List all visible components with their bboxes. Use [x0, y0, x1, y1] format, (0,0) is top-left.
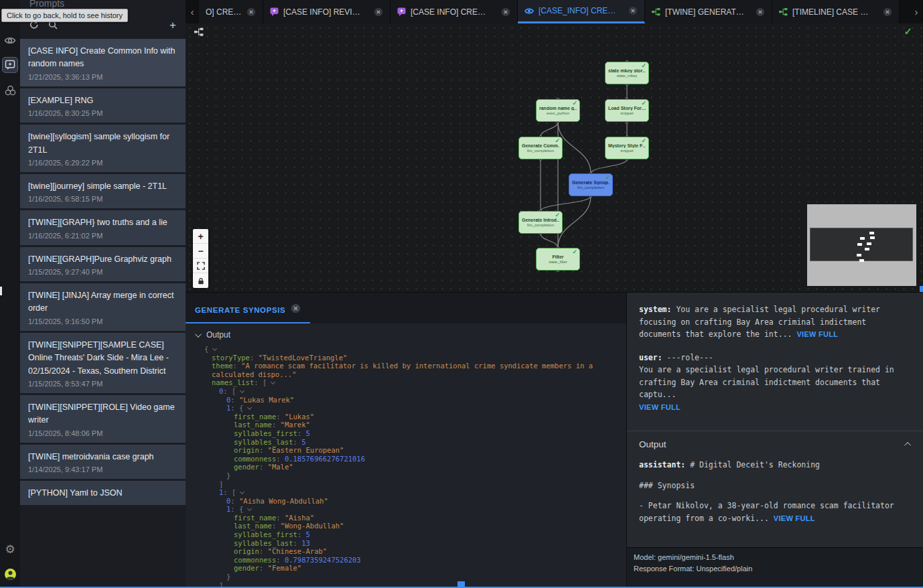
view-full-link[interactable]: VIEW FULL: [774, 514, 815, 522]
editor-tab[interactable]: O] CRE…: [199, 0, 263, 23]
left-icon-rail: ⚙: [0, 0, 20, 588]
account-avatar-icon[interactable]: [2, 566, 18, 582]
flow-canvas[interactable]: ✓ state mkey stor…state_mkey✓random name…: [186, 23, 923, 292]
flow-node-exec_python[interactable]: random name g…exec_python✓: [536, 99, 580, 122]
prompt-list-item[interactable]: [TWINE][SNIPPET][SAMPLE CASE] Online Thr…: [20, 333, 186, 393]
close-tab-icon[interactable]: [628, 6, 638, 15]
json-line: last_name: "Wong-Abdullah": [204, 522, 620, 530]
json-line: 1: {: [204, 404, 620, 413]
graph-tab-icon: [652, 7, 660, 16]
prompt-title: [twine][syllogism] sample syllogism for …: [28, 131, 178, 157]
fit-view-button[interactable]: [193, 259, 208, 273]
node-label: Load Story For…: [608, 106, 646, 111]
run-details-panel: system: You are a specialist legal proce…: [626, 292, 923, 588]
close-icon[interactable]: [291, 303, 301, 316]
json-line: origin: "Chinese-Arab": [204, 547, 620, 556]
prompt-timestamp: 1/16/2025, 6:58:15 PM: [28, 195, 178, 203]
tab-generate-synopsis[interactable]: GENERATE SYNOPSIS: [186, 303, 310, 323]
close-tab-icon[interactable]: [501, 7, 510, 17]
collapse-caret-icon[interactable]: [247, 405, 252, 410]
json-line: origin: "Eastern European": [204, 446, 620, 455]
prompt-list-item[interactable]: [PYTHON] Yaml to JSON: [20, 481, 186, 505]
close-tab-icon[interactable]: [374, 7, 383, 17]
output-section-header[interactable]: Output: [186, 323, 626, 342]
flow-node-snippet[interactable]: Mystery Style F…snippet✓: [605, 137, 649, 159]
prompt-chat-icon[interactable]: [2, 57, 18, 73]
editor-tab[interactable]: [TWINE] GENERAT…: [645, 0, 772, 23]
prompt-timestamp: 1/16/2025, 6:29:22 PM: [28, 159, 178, 167]
system-label: system:: [639, 305, 671, 314]
json-line: {: [204, 345, 620, 354]
prompt-timestamp: 1/14/2025, 9:43:17 PM: [28, 465, 178, 473]
prompt-list-item[interactable]: [TWINE] [JINJA] Array merge in correct o…: [20, 283, 186, 331]
close-tab-icon[interactable]: [246, 7, 256, 17]
zoom-out-button[interactable]: −: [193, 244, 208, 259]
editor-tab[interactable]: [CASE_INFO] CRE…: [518, 0, 645, 23]
flow-node-state_filter[interactable]: Filterstate_filter✓: [536, 248, 580, 271]
json-line: syllables_first: 5: [204, 530, 620, 539]
left-edge-resize-tick[interactable]: [0, 287, 2, 295]
prompt-title: [PYTHON] Yaml to JSON: [28, 487, 178, 500]
node-success-check-icon: ✓: [572, 100, 577, 106]
editor-tab[interactable]: [TIMELINE] CASE …: [772, 0, 900, 23]
knot-icon[interactable]: [2, 82, 18, 98]
flow-node-llm_completion[interactable]: Generate Synop…llm_completion✓: [569, 173, 613, 196]
view-full-link[interactable]: VIEW FULL: [796, 330, 838, 338]
horizontal-resize-grip[interactable]: [457, 581, 465, 588]
node-success-check-icon: ✓: [555, 212, 560, 218]
settings-gear-icon[interactable]: ⚙: [2, 541, 18, 557]
output-section-header[interactable]: Output: [639, 439, 911, 449]
tab-label: [TWINE] GENERAT…: [665, 7, 751, 17]
prompt-list: [CASE INFO] Create Common Info with rand…: [20, 39, 186, 505]
collapse-caret-icon[interactable]: [240, 490, 244, 494]
editor-tab-bar: ‹ O] CRE…[CASE INFO] REVI…[CASE INFO] CR…: [186, 0, 923, 23]
prompt-list-item[interactable]: [CASE INFO] Create Common Info with rand…: [20, 39, 186, 86]
close-tab-icon[interactable]: [883, 7, 892, 17]
view-full-link[interactable]: VIEW FULL: [639, 403, 681, 411]
add-prompt-button[interactable]: +: [169, 19, 176, 31]
prompts-sidebar: Prompts + [CASE INFO] Create Common Info…: [20, 0, 186, 588]
graph-mode-icon[interactable]: [194, 27, 204, 40]
tab-bar-tabs: O] CRE…[CASE INFO] REVI…[CASE INFO] CRE……: [199, 0, 900, 23]
right-edge-resize-tick[interactable]: [920, 286, 923, 292]
system-message: system: You are a specialist legal proce…: [639, 303, 911, 341]
close-tab-icon[interactable]: [756, 7, 765, 17]
json-line: commonness: 0.7987359247526203: [204, 556, 620, 565]
prompt-timestamp: 1/15/2025, 8:53:47 PM: [28, 380, 178, 388]
eye-icon[interactable]: [2, 32, 18, 48]
json-line: gender: "Male": [204, 463, 620, 471]
prompt-list-item[interactable]: [TWINE][GRAPH} two truths and a lie1/16/…: [20, 210, 186, 244]
minimap-node: [865, 248, 869, 250]
prompt-list-item[interactable]: [TWINE] metroidvania case graph1/14/2025…: [20, 445, 186, 479]
eye-tab-icon: [524, 7, 534, 15]
lock-button[interactable]: [193, 273, 208, 288]
collapse-caret-icon[interactable]: [240, 388, 244, 393]
flow-node-state_mkey[interactable]: state mkey stor…state_mkey✓: [605, 62, 649, 84]
flow-node-llm_completion[interactable]: Generate Comm…llm_completion✓: [518, 137, 563, 159]
node-success-check-icon: ✓: [641, 137, 646, 144]
zoom-in-button[interactable]: +: [193, 229, 208, 244]
collapse-caret-icon[interactable]: [271, 380, 275, 384]
prompt-list-item[interactable]: [twine][journey] simple sample - 2T1L1/1…: [20, 174, 186, 208]
app-window: ⚙ Prompts + [CASE INFO] Create Common In…: [0, 0, 923, 588]
prompt-list-item[interactable]: [TWINE][GRAPH]Pure Graphviz graph1/15/20…: [20, 247, 186, 281]
tabs-scroll-right-icon[interactable]: ›: [910, 0, 923, 23]
prompt-list-item[interactable]: [TWINE][SNIPPET][ROLE] Video game writer…: [20, 395, 186, 443]
flow-node-snippet[interactable]: Load Story For…snippet✓: [605, 99, 649, 122]
collapse-caret-icon[interactable]: [247, 506, 252, 511]
tabs-scroll-left-icon[interactable]: ‹: [186, 0, 199, 23]
node-type: llm_completion: [527, 149, 554, 153]
editor-tab[interactable]: [CASE INFO] REVI…: [263, 0, 390, 23]
output-panel-tabrow: GENERATE SYNOPSIS: [186, 293, 626, 323]
prompt-timestamp: 1/15/2025, 8:48:06 PM: [28, 429, 178, 437]
node-type: exec_python: [547, 111, 569, 115]
editor-tab[interactable]: [CASE INFO] CRE…: [390, 0, 518, 23]
minimap[interactable]: [807, 204, 916, 286]
prompt-list-item[interactable]: [twine][syllogism] sample syllogism for …: [20, 125, 186, 172]
node-type: llm_completion: [527, 223, 554, 227]
flow-node-llm_completion[interactable]: Generate Introd…llm_completion✓: [518, 211, 563, 234]
prompt-list-item[interactable]: [EXAMPLE] RNG1/16/2025, 8:30:25 PM: [20, 88, 186, 123]
json-line: storyType: "TwistedLoveTriangle": [204, 354, 620, 362]
collapse-caret-icon[interactable]: [212, 346, 217, 351]
minimap-node: [857, 243, 862, 246]
